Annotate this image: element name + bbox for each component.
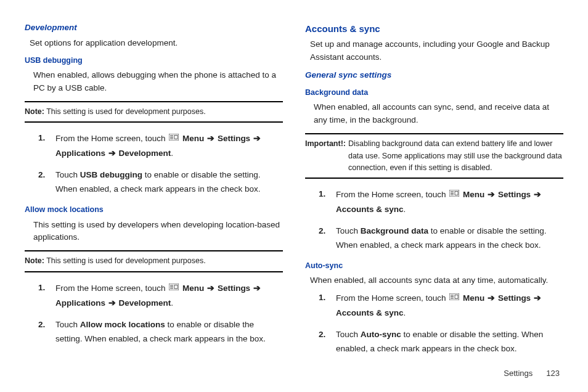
footer-page-number: 123 xyxy=(546,367,560,380)
step-text: Touch xyxy=(336,330,361,339)
arrow-icon: ➔ xyxy=(487,293,496,303)
svg-rect-19 xyxy=(455,295,458,299)
bg-body-text: When enabled, all accounts can sync, sen… xyxy=(314,101,563,127)
heading-accounts-sync: Accounts & sync xyxy=(305,22,563,36)
settings-label: Settings xyxy=(498,190,531,199)
note-box-2: Note: This setting is used for developme… xyxy=(25,250,283,272)
auto-steps: From the Home screen, touch Menu ➔ Setti… xyxy=(319,291,563,356)
note-text: This setting is used for development pur… xyxy=(44,107,206,116)
menu-icon xyxy=(449,187,459,202)
arrow-icon: ➔ xyxy=(253,284,261,293)
heading-usb-debugging: USB debugging xyxy=(25,55,283,67)
period: . xyxy=(404,308,406,317)
list-item: From the Home screen, touch Menu ➔ Setti… xyxy=(38,131,283,161)
usb-body-text: When enabled, allows debugging when the … xyxy=(33,69,283,95)
note-text: This setting is used for development pur… xyxy=(44,256,206,265)
list-item: Touch Background data to enable or disab… xyxy=(319,224,563,253)
menu-icon xyxy=(169,281,179,295)
accounts-sync-label: Accounts & sync xyxy=(336,308,404,317)
menu-label: Menu xyxy=(463,190,484,199)
arrow-icon: ➔ xyxy=(108,298,116,308)
accounts-intro-text: Set up and manage accounts, including yo… xyxy=(310,38,563,64)
arrow-icon: ➔ xyxy=(487,190,496,199)
settings-label: Settings xyxy=(498,293,531,303)
step-text: From the Home screen, touch xyxy=(336,293,448,303)
list-item: From the Home screen, touch Menu ➔ Setti… xyxy=(38,281,283,311)
list-item: Touch USB debugging to enable or disable… xyxy=(38,168,283,197)
arrow-icon: ➔ xyxy=(533,190,542,199)
menu-label: Menu xyxy=(463,293,484,303)
heading-auto-sync: Auto-sync xyxy=(305,260,563,272)
mock-steps: From the Home screen, touch Menu ➔ Setti… xyxy=(38,281,283,346)
applications-label: Applications xyxy=(55,149,105,158)
important-text: Disabling background data can extend bat… xyxy=(348,138,563,174)
arrow-icon: ➔ xyxy=(253,134,261,143)
development-label: Development xyxy=(119,298,171,308)
period: . xyxy=(171,149,173,158)
page-content: Development Set options for application … xyxy=(0,0,588,370)
arrow-icon: ➔ xyxy=(533,293,542,303)
note-label: Note: xyxy=(25,256,44,265)
menu-label: Menu xyxy=(182,284,204,293)
step-text: Touch xyxy=(336,226,361,235)
list-item: From the Home screen, touch Menu ➔ Setti… xyxy=(319,291,563,321)
step-text: From the Home screen, touch xyxy=(55,284,168,293)
applications-label: Applications xyxy=(55,298,105,308)
arrow-icon: ➔ xyxy=(206,284,215,293)
list-item: Touch Allow mock locations to enable or … xyxy=(38,318,283,346)
important-label: Important!: xyxy=(305,138,346,174)
settings-label: Settings xyxy=(218,284,250,293)
usb-steps: From the Home screen, touch Menu ➔ Setti… xyxy=(38,131,283,197)
right-column: Accounts & sync Set up and manage accoun… xyxy=(305,22,563,364)
step-text: Touch xyxy=(55,170,80,179)
period: . xyxy=(404,205,406,214)
important-box: Important!: Disabling background data ca… xyxy=(305,133,563,179)
heading-mock-locations: Allow mock locations xyxy=(25,204,283,216)
bg-steps: From the Home screen, touch Menu ➔ Setti… xyxy=(319,187,563,253)
accounts-sync-label: Accounts & sync xyxy=(336,205,404,214)
note-box-1: Note: This setting is used for developme… xyxy=(25,101,283,123)
footer-section: Settings xyxy=(504,367,533,380)
auto-body-text: When enabled, all accounts sync data at … xyxy=(310,274,563,287)
settings-label: Settings xyxy=(218,134,250,143)
svg-rect-14 xyxy=(455,192,458,195)
menu-icon xyxy=(169,131,179,145)
page-footer: Settings 123 xyxy=(504,367,560,380)
svg-rect-9 xyxy=(174,285,178,288)
svg-rect-4 xyxy=(174,136,178,139)
heading-general-sync: General sync settings xyxy=(305,69,563,82)
arrow-icon: ➔ xyxy=(108,149,116,158)
usb-debugging-label: USB debugging xyxy=(80,170,142,179)
step-text: Touch xyxy=(55,320,80,329)
step-text: From the Home screen, touch xyxy=(336,190,448,199)
arrow-icon: ➔ xyxy=(206,134,215,143)
list-item: Touch Auto-sync to enable or disable the… xyxy=(319,328,563,356)
heading-background-data: Background data xyxy=(305,87,563,99)
mock-body-text: This setting is used by developers when … xyxy=(33,219,283,245)
menu-label: Menu xyxy=(182,134,204,143)
left-column: Development Set options for application … xyxy=(25,22,283,364)
period: . xyxy=(171,298,173,308)
auto-sync-label: Auto-sync xyxy=(361,330,401,339)
note-label: Note: xyxy=(25,107,44,116)
allow-mock-label: Allow mock locations xyxy=(80,320,165,329)
list-item: From the Home screen, touch Menu ➔ Setti… xyxy=(319,187,563,217)
menu-icon xyxy=(449,291,459,305)
background-data-label: Background data xyxy=(361,226,428,235)
heading-development: Development xyxy=(25,22,283,35)
dev-intro-text: Set options for application development. xyxy=(30,37,283,50)
development-label: Development xyxy=(119,149,171,158)
step-text: From the Home screen, touch xyxy=(55,134,168,143)
